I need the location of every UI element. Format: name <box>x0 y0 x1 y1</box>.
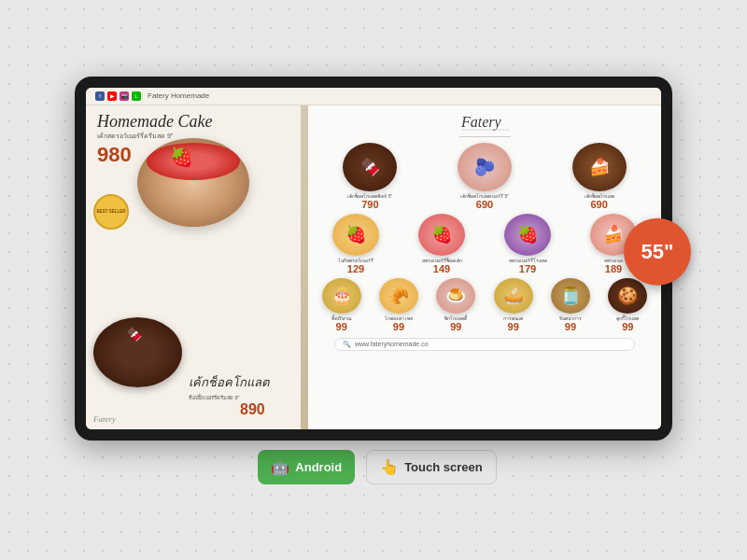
logo-area: Fatery <box>316 111 654 137</box>
cake-s5-img: 🫙 <box>551 278 590 314</box>
cake-item: 🫐 เค้กช็อคโกแลตเบอร์รี่ 5" 690 <box>430 143 540 210</box>
touchscreen-label: Touch screen <box>404 460 483 474</box>
cake-choclayer-price: 690 <box>591 199 608 210</box>
search-icon: 🔍 <box>343 341 351 348</box>
cake-s4-price: 99 <box>508 321 519 332</box>
touchscreen-icon: 👆 <box>380 458 399 476</box>
cake-chocfudge-img: 🍫 <box>343 143 397 191</box>
cake-choberry-img: 🫐 <box>458 143 512 191</box>
cake-item: 🍫 เค้กช็อคโกแลตฟัดจ์ 5" 790 <box>316 143 425 210</box>
cake-item: 🍪 คุกกี้โกแลต 99 <box>602 278 654 332</box>
cake-item: 🍓 สตรอเบอร์รี่โรลสด 179 <box>487 214 568 274</box>
cake-strroll-price: 179 <box>519 263 536 274</box>
cake2-image <box>93 317 182 387</box>
brand-logo-left: Fatery <box>93 414 116 424</box>
size-badge: 55" <box>624 217 691 285</box>
monitor-wrapper: 55" f ▶ 📷 L Fatery Homemade Homemade Cak… <box>75 77 672 484</box>
cake-nogi-img: 🍓 <box>332 214 379 256</box>
cake-item: 🎂 ทั้งปริมาณ 99 <box>316 278 367 332</box>
social-icons: f ▶ 📷 L <box>95 91 141 101</box>
best-seller-badge: BEST SELLER <box>93 194 129 230</box>
main-content: Homemade Cake เค้กสตรอว์เบอร์รี่ครีมสด 9… <box>86 105 661 429</box>
cake-item: 🥐 โกตอง ดา เทส 99 <box>373 278 424 332</box>
cake-item: 🍓 โนกิสตรอว์เบอร์รี่ 129 <box>316 214 396 274</box>
cake-strroll-img: 🍓 <box>504 214 551 256</box>
cake-row-2: 🍓 โนกิสตรอว์เบอร์รี่ 129 🍓 สตรอเบอร์รี่ช… <box>316 214 654 274</box>
cake-str4-price: 189 <box>605 263 622 274</box>
cake-s1-img: 🎂 <box>322 278 361 314</box>
left-panel: Homemade Cake เค้กสตรอว์เบอร์รี่ครีมสด 9… <box>86 105 301 429</box>
cake-s1-price: 99 <box>336 321 347 332</box>
instagram-icon: 📷 <box>120 91 129 101</box>
cake-strchoc-img: 🍓 <box>418 214 465 256</box>
youtube-icon: ▶ <box>107 91 117 101</box>
cake-strchoc-price: 149 <box>433 263 450 274</box>
android-icon: 🤖 <box>271 458 289 476</box>
url-bar: 🔍 www.fateryhomemade.co <box>334 338 635 351</box>
line-icon: L <box>132 91 141 101</box>
brand-name-top: Fatery Homemade <box>148 91 209 100</box>
url-text: www.fateryhomemade.co <box>355 341 429 347</box>
facebook-icon: f <box>95 91 105 101</box>
bottom-buttons: 🤖 Android 👆 Touch screen <box>250 450 496 484</box>
monitor-frame: 55" f ▶ 📷 L Fatery Homemade Homemade Cak… <box>75 77 672 441</box>
cake1-title-en: Homemade Cake <box>97 113 289 132</box>
cake-s4-img: 🥧 <box>494 278 533 314</box>
screen: f ▶ 📷 L Fatery Homemade Homemade Cake เค… <box>86 88 661 429</box>
cake-s6-img: 🍪 <box>608 278 647 314</box>
cake2-title-en: เค้กช็อคโกแลต <box>189 376 269 389</box>
top-bar: f ▶ 📷 L Fatery Homemade <box>86 88 661 105</box>
brand-logo-right: Fatery <box>459 111 511 137</box>
cake-nogi-price: 129 <box>347 263 364 274</box>
cake-s6-price: 99 <box>622 321 633 332</box>
cake-item: 🥧 การตนแต่ 99 <box>487 278 539 332</box>
svg-text:Fatery: Fatery <box>460 114 502 131</box>
cake2-title-th: ท็อปปิ้งเบอร์รี่ครีมสด 9" <box>189 394 240 401</box>
cake1-image <box>137 138 249 227</box>
cake-item: 🍮 พิกโกแลตดี้ 99 <box>430 278 482 332</box>
cake-item: 🫙 จินตนาการ 99 <box>544 278 596 332</box>
cake-s5-price: 99 <box>565 321 576 332</box>
cake-s2-price: 99 <box>393 321 404 332</box>
cake-choclayer-img: 🍰 <box>572 143 627 191</box>
android-button[interactable]: 🤖 Android <box>258 450 355 484</box>
cake-row-1: 🍫 เค้กช็อคโกแลตฟัดจ์ 5" 790 🫐 เค้กช็อคโก… <box>316 143 654 210</box>
cake-s3-img: 🍮 <box>436 278 475 314</box>
cake2-price: 890 <box>240 401 265 418</box>
cake-s2-img: 🥐 <box>379 278 418 314</box>
android-label: Android <box>295 460 342 474</box>
cake-choberry-price: 690 <box>476 199 493 210</box>
cake-s3-price: 99 <box>450 321 461 332</box>
cake-row-3: 🎂 ทั้งปริมาณ 99 🥐 โกตอง ดา เทส 99 🍮 พิกโ… <box>316 278 654 332</box>
cake-chocfudge-price: 790 <box>361 199 378 210</box>
touchscreen-button[interactable]: 👆 Touch screen <box>366 450 497 484</box>
cake-item: 🍓 สตรอเบอร์รี่ช็อคเค้ก 149 <box>402 214 482 274</box>
right-panel: Fatery 🍫 เค้กช็อคโกแลตฟัดจ์ 5" 790 <box>308 105 661 429</box>
cake-item: 🍰 เค้กช็อคโกแลต 690 <box>544 143 654 210</box>
wave-divider <box>301 105 308 429</box>
